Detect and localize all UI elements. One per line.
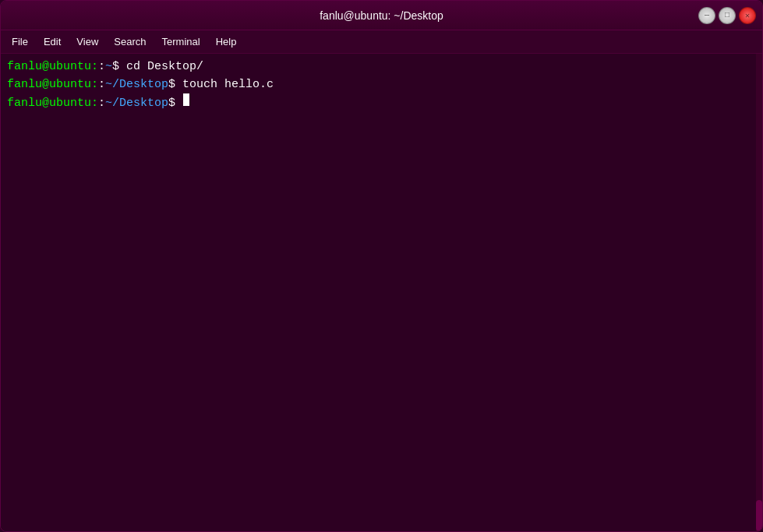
prompt-symbol-3: $ [168, 95, 182, 113]
terminal-line-2: fanlu@ubuntu::~/Desktop$ touch hello.c [7, 76, 756, 94]
prompt-path-2: ~/Desktop [105, 76, 168, 94]
cursor [183, 93, 189, 106]
prompt-colon-2: : [98, 76, 105, 94]
prompt-symbol-2: $ [168, 76, 182, 94]
menu-search[interactable]: Search [106, 33, 154, 51]
scrollbar-thumb[interactable] [756, 500, 762, 531]
prompt-path-3: ~/Desktop [105, 95, 168, 113]
menu-terminal[interactable]: Terminal [154, 33, 208, 51]
prompt-user-2: fanlu@ubuntu: [7, 76, 98, 94]
terminal-line-1: fanlu@ubuntu::~$ cd Desktop/ [7, 58, 756, 76]
terminal-body[interactable]: fanlu@ubuntu::~$ cd Desktop/ fanlu@ubunt… [1, 54, 762, 531]
minimize-button[interactable]: — [698, 7, 715, 24]
menu-help[interactable]: Help [208, 33, 245, 51]
command-2: touch hello.c [182, 76, 274, 94]
menu-file[interactable]: File [4, 33, 36, 51]
maximize-button[interactable]: □ [719, 7, 736, 24]
prompt-user-1: fanlu@ubuntu: [7, 58, 98, 76]
terminal-line-3: fanlu@ubuntu::~/Desktop$ [7, 93, 756, 113]
prompt-colon-1: : [98, 58, 105, 76]
terminal-window: fanlu@ubuntu: ~/Desktop — □ ✕ File Edit … [0, 0, 763, 532]
prompt-user-3: fanlu@ubuntu: [7, 95, 98, 113]
prompt-symbol-1: $ [112, 58, 126, 76]
menu-bar: File Edit View Search Terminal Help [1, 30, 762, 54]
prompt-colon-3: : [98, 95, 105, 113]
window-controls: — □ ✕ [698, 7, 756, 24]
prompt-path-1: ~ [105, 58, 112, 76]
command-1: cd Desktop/ [126, 58, 203, 76]
menu-edit[interactable]: Edit [36, 33, 69, 51]
title-bar: fanlu@ubuntu: ~/Desktop — □ ✕ [1, 1, 762, 30]
scrollbar-track[interactable] [756, 54, 762, 531]
menu-view[interactable]: View [69, 33, 106, 51]
window-title: fanlu@ubuntu: ~/Desktop [320, 9, 443, 22]
close-button[interactable]: ✕ [739, 7, 756, 24]
